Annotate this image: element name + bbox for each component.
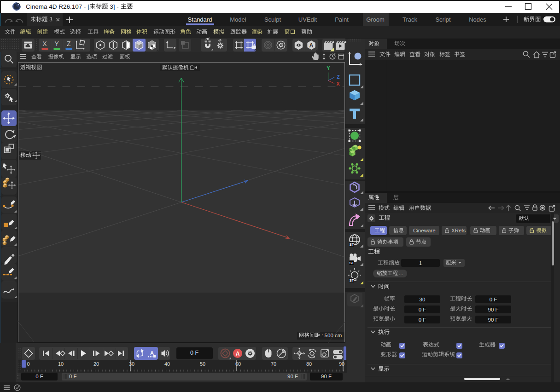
svg-text:Y: Y xyxy=(327,65,330,71)
svg-text:ST: ST xyxy=(349,278,354,282)
svg-text:Z: Z xyxy=(337,74,340,80)
svg-text:A: A xyxy=(150,350,154,356)
svg-text:ST: ST xyxy=(349,261,354,265)
svg-text:ST: ST xyxy=(349,242,354,247)
svg-text:A: A xyxy=(309,42,313,49)
svg-text:X: X xyxy=(336,81,339,86)
svg-text:A: A xyxy=(236,351,240,357)
